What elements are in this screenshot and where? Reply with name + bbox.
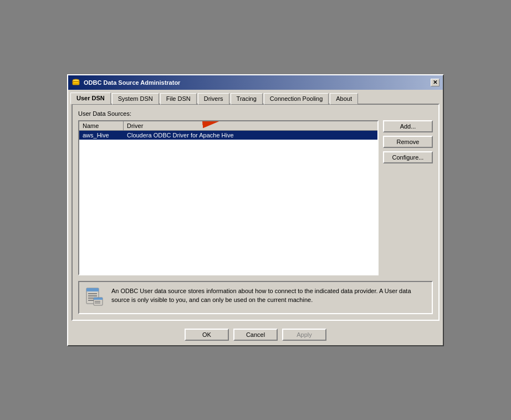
row-name: aws_Hive (79, 131, 124, 140)
svg-rect-13 (95, 303, 100, 304)
bottom-bar: OK Cancel Apply (68, 324, 443, 345)
info-description: An ODBC User data source stores informat… (111, 286, 427, 305)
tab-system-dsn[interactable]: System DSN (112, 93, 159, 105)
table-row[interactable]: aws_Hive Cloudera ODBC Driver for Apache… (79, 131, 377, 140)
tab-file-dsn[interactable]: File DSN (160, 93, 197, 105)
configure-button[interactable]: Configure... (383, 151, 433, 163)
tab-tracing[interactable]: Tracing (231, 93, 263, 105)
content-area: User Data Sources: Name Driver aws_Hive … (71, 104, 440, 321)
info-box: An ODBC User data source stores informat… (78, 281, 433, 314)
svg-rect-12 (95, 301, 100, 302)
list-container: Name Driver aws_Hive Cloudera ODBC Drive… (78, 120, 433, 275)
header-driver: Driver (124, 121, 377, 130)
tab-user-dsn[interactable]: User DSN (70, 93, 111, 104)
tab-drivers[interactable]: Drivers (198, 93, 229, 105)
row-driver: Cloudera ODBC Driver for Apache Hive (124, 131, 377, 140)
action-buttons: Add... Remove Configure... (383, 120, 433, 275)
app-icon (71, 78, 80, 87)
odbc-window: ODBC Data Source Administrator ✕ User DS… (67, 74, 444, 346)
apply-button[interactable]: Apply (282, 329, 326, 341)
tab-about[interactable]: About (330, 93, 358, 105)
tab-bar: User DSN System DSN File DSN Drivers Tra… (68, 90, 443, 104)
list-header: Name Driver (79, 121, 377, 131)
cancel-button[interactable]: Cancel (233, 329, 278, 341)
svg-rect-5 (86, 288, 99, 291)
header-name: Name (79, 121, 124, 130)
svg-rect-11 (94, 298, 103, 300)
data-sources-list[interactable]: Name Driver aws_Hive Cloudera ODBC Drive… (78, 120, 379, 275)
svg-rect-7 (88, 295, 97, 296)
title-bar: ODBC Data Source Administrator ✕ (68, 75, 443, 90)
info-document-icon (84, 286, 106, 309)
window-title: ODBC Data Source Administrator (84, 79, 180, 86)
tab-connection-pooling[interactable]: Connection Pooling (264, 93, 329, 105)
remove-button[interactable]: Remove (383, 136, 433, 148)
ok-button[interactable]: OK (185, 329, 229, 341)
add-button[interactable]: Add... (383, 120, 433, 132)
svg-rect-6 (88, 293, 97, 294)
title-bar-left: ODBC Data Source Administrator (71, 78, 180, 87)
svg-point-1 (73, 79, 79, 81)
section-label: User Data Sources: (78, 110, 433, 117)
close-button[interactable]: ✕ (431, 79, 440, 86)
